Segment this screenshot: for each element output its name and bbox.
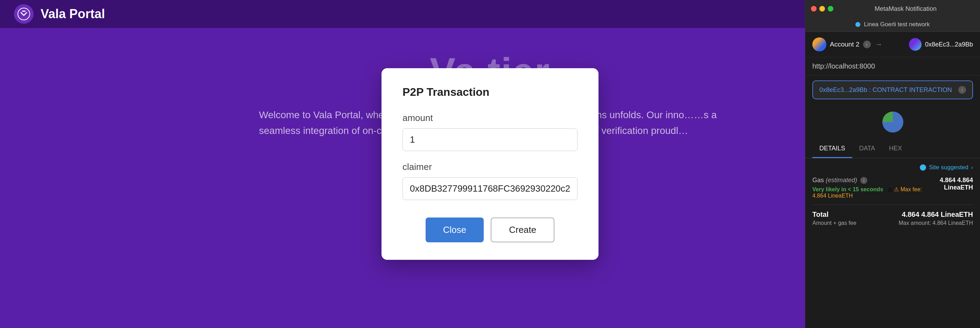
gas-row: Gas (estimated) i Very likely in < 15 se… <box>812 177 973 199</box>
total-main-value: 4.864 4.864 LineaETH <box>899 211 973 219</box>
address-text: 0x8eEc3...2a9Bb <box>925 41 973 48</box>
globe-icon <box>920 164 926 171</box>
account-info-icon[interactable]: i <box>863 41 871 48</box>
account-left: Account 2 i <box>812 37 871 51</box>
minimize-window-button[interactable] <box>819 6 825 11</box>
maximize-window-button[interactable] <box>828 6 834 11</box>
url-bar: http://localhost:8000 <box>805 57 980 76</box>
divider <box>812 204 973 205</box>
site-suggested-row[interactable]: Site suggested › <box>812 164 973 171</box>
total-value-group: 4.864 4.864 LineaETH Max amount: 4.864 L… <box>899 211 973 226</box>
total-row: Total Amount + gas fee 4.864 4.864 Linea… <box>812 211 973 226</box>
tab-details[interactable]: DETAILS <box>812 140 852 158</box>
chevron-right-icon: › <box>971 164 973 171</box>
maxfee-warning-icon: ⚠ <box>888 186 892 192</box>
amount-input[interactable] <box>402 128 578 151</box>
total-label: Total <box>812 211 856 219</box>
tab-hex[interactable]: HEX <box>882 140 909 158</box>
create-button[interactable]: Create <box>491 217 554 242</box>
gas-pie-chart <box>881 110 905 134</box>
svg-point-0 <box>18 8 30 20</box>
claimer-label: claimer <box>402 162 578 173</box>
tab-data[interactable]: DATA <box>852 140 882 158</box>
arrow-icon: → <box>875 40 883 49</box>
close-button[interactable]: Close <box>426 217 484 242</box>
contract-interaction-text: 0x8eEc3...2a9Bb : CONTRACT INTERACTION <box>819 86 954 94</box>
gas-info-icon[interactable]: i <box>860 177 867 184</box>
gas-label: Gas (estimated) i <box>812 177 867 184</box>
metamask-content: Site suggested › Gas (estimated) i Very … <box>805 158 980 328</box>
network-name: Linea Goerli test network <box>864 21 930 28</box>
pie-chart-area <box>805 104 980 140</box>
gas-value-group: 4.864 4.864 LineaETH <box>925 177 973 191</box>
gas-label-group: Gas (estimated) i Very likely in < 15 se… <box>812 177 925 199</box>
claimer-input[interactable] <box>402 177 578 200</box>
metamask-tabs: DETAILS DATA HEX <box>805 140 980 158</box>
address-right: 0x8eEc3...2a9Bb <box>909 38 973 51</box>
network-bar[interactable]: Linea Goerli test network <box>805 17 980 32</box>
gas-main-value: 4.864 4.864 LineaETH <box>925 177 973 191</box>
contract-interaction-box: 0x8eEc3...2a9Bb : CONTRACT INTERACTION i <box>812 81 973 99</box>
total-max-value: Max amount: 4.864 LineaETH <box>899 220 973 226</box>
account-avatar <box>812 37 826 51</box>
p2p-transaction-modal: P2P Transaction amount claimer Close Cre… <box>382 68 598 260</box>
contract-info-icon[interactable]: i <box>958 86 966 94</box>
app-logo <box>14 4 33 24</box>
app-title: Vala Portal <box>41 6 105 21</box>
modal-buttons: Close Create <box>402 217 578 242</box>
traffic-lights <box>811 6 834 11</box>
site-suggested-text: Site suggested <box>929 164 968 171</box>
close-window-button[interactable] <box>811 6 816 11</box>
network-status-dot <box>855 22 860 27</box>
modal-title: P2P Transaction <box>402 86 578 98</box>
total-label-group: Total Amount + gas fee <box>812 211 856 226</box>
metamask-window-title: MetaMask Notification <box>837 5 974 13</box>
amount-label: amount <box>402 113 578 124</box>
total-sublabel: Amount + gas fee <box>812 220 856 226</box>
gas-likely-text: Very likely in < 15 seconds <box>812 186 883 192</box>
metamask-panel: MetaMask Notification Linea Goerli test … <box>805 0 980 328</box>
account-row: Account 2 i → 0x8eEc3...2a9Bb <box>805 32 980 57</box>
account-name: Account 2 <box>830 41 860 48</box>
url-text: http://localhost:8000 <box>812 62 875 70</box>
metamask-titlebar: MetaMask Notification <box>805 0 980 17</box>
address-avatar <box>909 38 921 51</box>
